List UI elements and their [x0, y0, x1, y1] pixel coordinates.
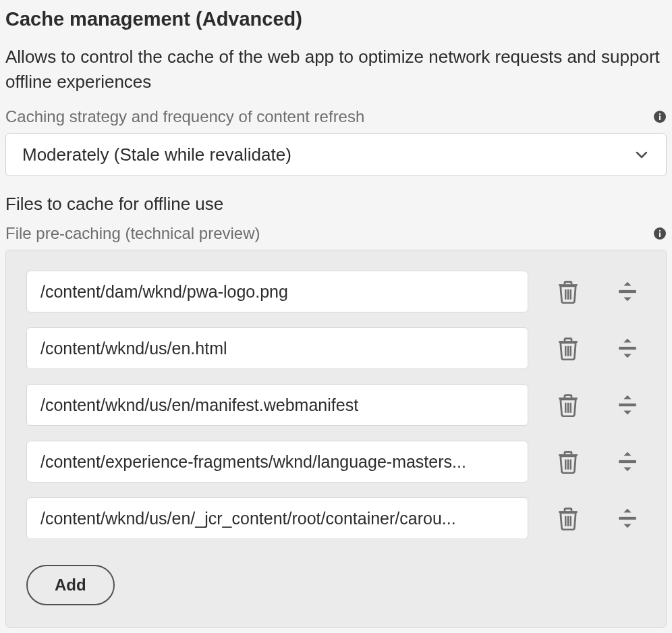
- reorder-icon[interactable]: [616, 393, 639, 416]
- strategy-label: Caching strategy and frequency of conten…: [5, 107, 364, 126]
- row-actions: [558, 393, 646, 416]
- row-actions: [558, 507, 646, 530]
- svg-rect-15: [567, 403, 569, 413]
- file-row: [26, 384, 646, 426]
- delete-icon[interactable]: [558, 507, 578, 530]
- svg-rect-2: [659, 113, 661, 115]
- svg-rect-17: [619, 404, 636, 406]
- svg-rect-19: [567, 460, 569, 470]
- delete-icon[interactable]: [558, 337, 578, 360]
- file-row: [26, 327, 646, 369]
- file-path-input[interactable]: [26, 271, 528, 312]
- svg-rect-16: [570, 403, 572, 413]
- svg-rect-8: [570, 290, 572, 300]
- delete-icon[interactable]: [558, 393, 578, 416]
- files-label-row: File pre-caching (technical preview): [5, 224, 667, 243]
- file-path-input[interactable]: [26, 327, 528, 369]
- section-title: Cache management (Advanced): [5, 7, 667, 32]
- strategy-label-row: Caching strategy and frequency of conten…: [5, 107, 667, 126]
- section-description: Allows to control the cache of the web a…: [5, 45, 667, 95]
- caching-strategy-dropdown[interactable]: Moderately (Stale while revalidate): [5, 133, 667, 176]
- file-path-input[interactable]: [26, 384, 528, 426]
- row-actions: [558, 450, 646, 473]
- add-button[interactable]: Add: [26, 565, 115, 605]
- file-row: [26, 441, 646, 483]
- svg-rect-21: [619, 460, 636, 463]
- files-label: File pre-caching (technical preview): [5, 224, 260, 243]
- info-icon[interactable]: [653, 227, 667, 240]
- svg-rect-23: [567, 516, 569, 526]
- svg-rect-25: [619, 517, 636, 520]
- svg-rect-9: [619, 290, 636, 293]
- file-path-input[interactable]: [26, 497, 528, 539]
- file-path-input[interactable]: [26, 441, 528, 483]
- file-precache-panel: Add: [5, 250, 667, 628]
- reorder-icon[interactable]: [616, 337, 639, 360]
- svg-rect-22: [565, 516, 567, 526]
- row-actions: [558, 337, 646, 360]
- cache-management-panel: Cache management (Advanced) Allows to co…: [0, 0, 672, 633]
- svg-rect-6: [565, 290, 567, 300]
- dropdown-selected-text: Moderately (Stale while revalidate): [22, 144, 291, 165]
- svg-rect-18: [565, 460, 567, 470]
- svg-rect-4: [659, 233, 661, 238]
- reorder-icon[interactable]: [616, 507, 639, 530]
- file-row: [26, 497, 646, 539]
- file-row: [26, 271, 646, 312]
- svg-rect-7: [567, 290, 569, 300]
- svg-rect-10: [565, 346, 567, 356]
- svg-rect-12: [570, 346, 572, 356]
- chevron-down-icon: [634, 146, 650, 163]
- delete-icon[interactable]: [558, 450, 578, 473]
- files-subsection-label: Files to cache for offline use: [5, 194, 667, 215]
- svg-rect-14: [565, 403, 567, 413]
- svg-rect-13: [619, 347, 636, 350]
- svg-rect-24: [570, 516, 572, 526]
- svg-rect-20: [570, 460, 572, 470]
- delete-icon[interactable]: [558, 280, 578, 303]
- svg-rect-5: [659, 230, 661, 231]
- info-icon[interactable]: [653, 110, 667, 123]
- svg-rect-1: [659, 116, 661, 121]
- row-actions: [558, 280, 646, 303]
- reorder-icon[interactable]: [616, 280, 639, 303]
- reorder-icon[interactable]: [616, 450, 639, 473]
- svg-rect-11: [567, 346, 569, 356]
